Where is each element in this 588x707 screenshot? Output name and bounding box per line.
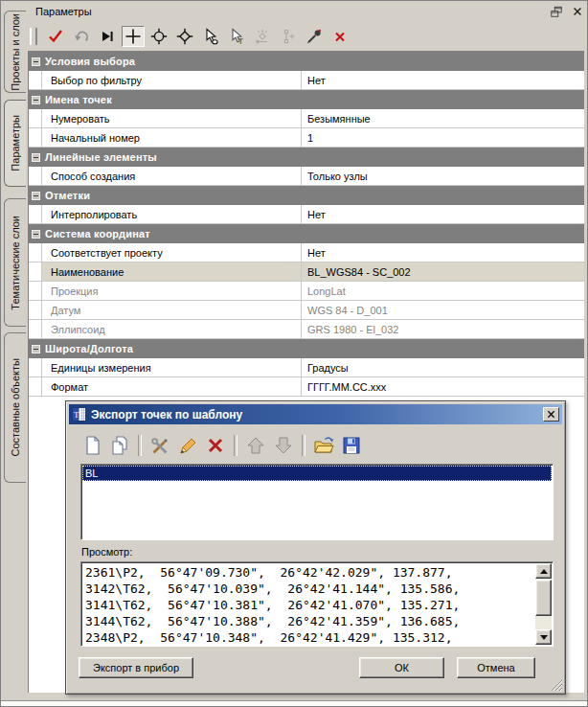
toolbar-separator bbox=[302, 435, 305, 456]
section-label: Система координат bbox=[45, 228, 150, 239]
move-up-icon bbox=[244, 434, 267, 457]
row-gutter bbox=[29, 282, 42, 300]
crosshair-icon[interactable] bbox=[122, 26, 145, 47]
prop-label: Нумеровать bbox=[42, 109, 301, 127]
grid-row[interactable]: Начальный номер1 bbox=[29, 128, 584, 148]
grid-section-selection[interactable]: Условия выбора bbox=[29, 52, 584, 71]
toolbar-separator bbox=[138, 435, 142, 456]
preview-text: 2361\P2, 56°47'09.730", 26°42'42.029", 1… bbox=[85, 564, 533, 644]
open-folder-icon[interactable] bbox=[312, 434, 335, 457]
preview-line: 3144\T62, 56°47'10.388", 26°42'41.359", … bbox=[85, 613, 533, 629]
toolbar-grip[interactable] bbox=[30, 28, 37, 45]
collapse-icon[interactable] bbox=[32, 230, 40, 239]
svg-text:T: T bbox=[237, 37, 243, 45]
prop-value[interactable]: Безымянные bbox=[301, 109, 584, 127]
go-to-last-icon[interactable] bbox=[96, 26, 119, 47]
close-icon[interactable] bbox=[570, 5, 585, 18]
panel-titlebar: Параметры bbox=[28, 3, 587, 22]
delete-icon[interactable] bbox=[204, 434, 227, 457]
collapse-icon[interactable] bbox=[32, 153, 40, 162]
prop-value[interactable]: Нет bbox=[301, 205, 584, 223]
save-icon[interactable] bbox=[340, 434, 363, 457]
panel-toolbar: T bbox=[30, 25, 351, 48]
collapse-icon[interactable] bbox=[32, 345, 40, 354]
prop-value[interactable]: Градусы bbox=[301, 358, 584, 376]
cancel-icon[interactable] bbox=[328, 26, 351, 47]
cancel-button[interactable]: Отмена bbox=[457, 657, 535, 678]
prop-label: Интерполировать bbox=[42, 205, 301, 223]
text-cursor-icon[interactable]: T bbox=[225, 26, 248, 47]
prop-value[interactable]: Только узлы bbox=[301, 167, 584, 185]
new-template-icon[interactable] bbox=[80, 434, 103, 457]
tab-thematic-layers[interactable]: Тематические слои bbox=[4, 198, 26, 327]
prop-value[interactable]: Нет bbox=[301, 71, 584, 89]
pipette-icon[interactable] bbox=[303, 26, 326, 47]
section-label: Линейные элементы bbox=[45, 151, 157, 163]
grid-row[interactable]: Способ созданияТолько узлы bbox=[29, 167, 584, 186]
preview-box[interactable]: 2361\P2, 56°47'09.730", 26°42'42.029", 1… bbox=[80, 561, 554, 647]
move-down-icon bbox=[272, 434, 295, 457]
select-cursor-icon[interactable] bbox=[199, 26, 222, 47]
move-node-icon[interactable] bbox=[251, 26, 274, 47]
grid-section-point-names[interactable]: Имена точек bbox=[29, 90, 584, 109]
edit-pencil-icon[interactable] bbox=[176, 434, 199, 457]
settings-tools-icon[interactable] bbox=[148, 434, 171, 457]
collapse-icon[interactable] bbox=[32, 96, 40, 104]
float-window-icon[interactable] bbox=[549, 5, 564, 18]
row-gutter bbox=[29, 109, 42, 127]
undo-icon[interactable] bbox=[70, 26, 93, 47]
collapse-icon[interactable] bbox=[32, 57, 40, 66]
grid-row[interactable]: ИнтерполироватьНет bbox=[29, 205, 584, 224]
template-list[interactable]: BL bbox=[80, 464, 554, 540]
export-to-device-button[interactable]: Экспорт в прибор bbox=[79, 657, 193, 678]
dialog-title: Экспорт точек по шаблону bbox=[91, 408, 242, 422]
prop-value[interactable]: 1 bbox=[301, 128, 584, 147]
prop-value[interactable]: ГГГГ.ММ.СС.xxx bbox=[301, 377, 584, 396]
grid-section-coordinate-system[interactable]: Система координат bbox=[29, 224, 584, 243]
row-gutter bbox=[29, 358, 42, 376]
grid-row[interactable]: ЭллипсоидGRS 1980 - El_032 bbox=[29, 320, 584, 339]
section-label: Отметки bbox=[45, 190, 90, 201]
scrollbar-thumb[interactable] bbox=[535, 580, 552, 616]
svg-text:T: T bbox=[74, 410, 79, 420]
ok-button[interactable]: ОК bbox=[359, 657, 444, 678]
apply-check-icon[interactable] bbox=[44, 26, 67, 47]
tab-parameters[interactable]: Параметры bbox=[4, 100, 26, 187]
resize-grip-icon[interactable] bbox=[551, 679, 563, 692]
grid-row[interactable]: Единицы измеренияГрадусы bbox=[29, 358, 584, 377]
dialog-titlebar[interactable]: T Экспорт точек по шаблону bbox=[69, 404, 562, 424]
close-icon[interactable] bbox=[543, 407, 559, 422]
scroll-down-icon[interactable] bbox=[535, 629, 552, 645]
grid-row[interactable]: НумероватьБезымянные bbox=[29, 109, 584, 128]
capture-diamond-icon[interactable] bbox=[173, 26, 196, 47]
grid-section-elevations[interactable]: Отметки bbox=[29, 186, 584, 205]
section-label: Имена точек bbox=[45, 94, 112, 105]
section-label: Широта/Долгота bbox=[45, 343, 133, 354]
grid-row[interactable]: ФорматГГГГ.ММ.СС.xxx bbox=[29, 377, 584, 397]
collapse-icon[interactable] bbox=[32, 192, 40, 200]
window-bottom-edge bbox=[1, 700, 588, 707]
prop-label: Эллипсоид bbox=[42, 320, 301, 338]
grid-row[interactable]: ДатумWGS 84 - D_001 bbox=[29, 301, 584, 320]
grid-section-lat-long[interactable]: Широта/Долгота bbox=[29, 339, 584, 358]
list-item-template[interactable]: BL bbox=[82, 466, 552, 481]
grid-row[interactable]: Соответствует проектуНет bbox=[29, 243, 584, 262]
prop-value[interactable]: Нет bbox=[301, 243, 584, 262]
prop-value[interactable]: BL_WGS84 - SC_002 bbox=[301, 262, 584, 281]
row-gutter bbox=[29, 205, 42, 223]
vertical-scrollbar[interactable] bbox=[535, 563, 552, 645]
grid-row-selected[interactable]: НаименованиеBL_WGS84 - SC_002 bbox=[29, 262, 584, 282]
tab-composite-objects[interactable]: Составные объекты bbox=[4, 332, 26, 483]
copy-template-icon[interactable] bbox=[108, 434, 131, 457]
scroll-up-icon[interactable] bbox=[535, 563, 552, 579]
insert-node-icon[interactable] bbox=[277, 26, 300, 47]
row-gutter bbox=[29, 243, 42, 262]
side-tabstrip: Проекты и слои Параметры Тематические сл… bbox=[1, 1, 27, 707]
tab-projects-layers[interactable]: Проекты и слои bbox=[4, 11, 26, 93]
grid-row[interactable]: Выбор по фильтруНет bbox=[29, 71, 584, 90]
grid-row[interactable]: ПроекцияLongLat bbox=[29, 282, 584, 301]
grid-section-linear-elements[interactable]: Линейные элементы bbox=[29, 148, 584, 167]
capture-circle-icon[interactable] bbox=[147, 26, 170, 47]
prop-label: Соответствует проекту bbox=[42, 243, 301, 262]
row-gutter bbox=[29, 262, 42, 281]
